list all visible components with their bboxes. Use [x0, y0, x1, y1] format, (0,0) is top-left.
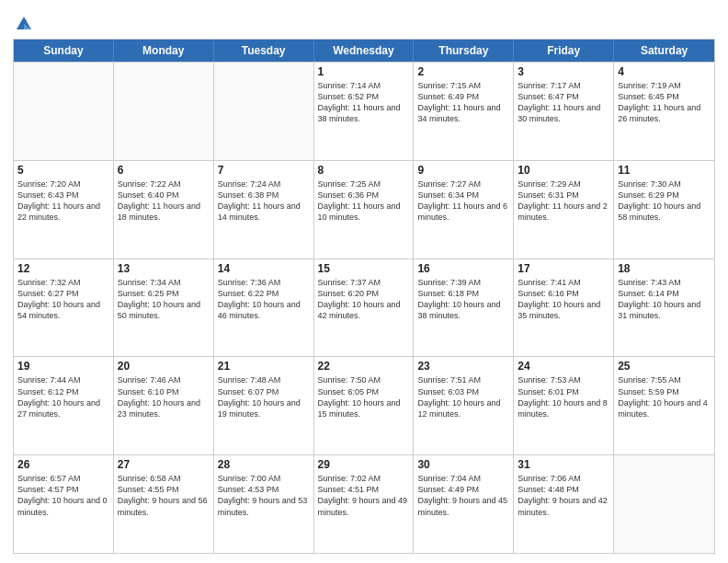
cell-info: Sunrise: 7:39 AM Sunset: 6:18 PM Dayligh…	[417, 277, 509, 322]
cell-date: 9	[417, 164, 509, 177]
day-cell-4: 4Sunrise: 7:19 AM Sunset: 6:45 PM Daylig…	[614, 63, 714, 160]
day-cell-11: 11Sunrise: 7:30 AM Sunset: 6:29 PM Dayli…	[614, 161, 714, 259]
day-cell-empty	[614, 455, 714, 553]
calendar-body: 1Sunrise: 7:14 AM Sunset: 6:52 PM Daylig…	[14, 62, 714, 553]
cell-date: 24	[518, 360, 609, 373]
cell-info: Sunrise: 7:17 AM Sunset: 6:47 PM Dayligh…	[518, 80, 609, 125]
cell-date: 22	[318, 360, 410, 373]
cell-info: Sunrise: 7:53 AM Sunset: 6:01 PM Dayligh…	[518, 374, 609, 419]
day-cell-5: 5Sunrise: 7:20 AM Sunset: 6:43 PM Daylig…	[14, 161, 114, 259]
cell-date: 18	[618, 262, 711, 275]
day-cell-8: 8Sunrise: 7:25 AM Sunset: 6:36 PM Daylig…	[314, 161, 415, 259]
cell-date: 27	[118, 458, 210, 471]
day-cell-15: 15Sunrise: 7:37 AM Sunset: 6:20 PM Dayli…	[314, 259, 415, 357]
cell-date: 10	[518, 164, 609, 177]
day-header-sunday: Sunday	[14, 40, 114, 62]
cell-info: Sunrise: 7:44 AM Sunset: 6:12 PM Dayligh…	[17, 374, 109, 419]
cell-date: 4	[618, 65, 711, 78]
cell-date: 3	[518, 65, 609, 78]
cell-date: 21	[218, 360, 310, 373]
day-cell-17: 17Sunrise: 7:41 AM Sunset: 6:16 PM Dayli…	[514, 259, 614, 357]
cell-info: Sunrise: 7:19 AM Sunset: 6:45 PM Dayligh…	[618, 80, 711, 125]
cell-info: Sunrise: 7:36 AM Sunset: 6:22 PM Dayligh…	[218, 277, 310, 322]
cell-date: 6	[118, 164, 210, 177]
day-cell-20: 20Sunrise: 7:46 AM Sunset: 6:10 PM Dayli…	[114, 357, 214, 454]
day-cell-12: 12Sunrise: 7:32 AM Sunset: 6:27 PM Dayli…	[14, 259, 114, 357]
day-cell-10: 10Sunrise: 7:29 AM Sunset: 6:31 PM Dayli…	[514, 161, 614, 259]
day-cell-27: 27Sunrise: 6:58 AM Sunset: 4:55 PM Dayli…	[114, 455, 214, 553]
day-header-friday: Friday	[514, 40, 614, 62]
day-cell-empty	[114, 63, 214, 160]
cell-info: Sunrise: 7:43 AM Sunset: 6:14 PM Dayligh…	[618, 277, 711, 322]
day-cell-1: 1Sunrise: 7:14 AM Sunset: 6:52 PM Daylig…	[314, 63, 415, 160]
cell-info: Sunrise: 7:20 AM Sunset: 6:43 PM Dayligh…	[17, 178, 109, 224]
day-cell-30: 30Sunrise: 7:04 AM Sunset: 4:49 PM Dayli…	[414, 455, 514, 553]
day-header-tuesday: Tuesday	[214, 40, 314, 62]
day-cell-31: 31Sunrise: 7:06 AM Sunset: 4:48 PM Dayli…	[514, 455, 614, 553]
header	[13, 9, 715, 33]
day-cell-28: 28Sunrise: 7:00 AM Sunset: 4:53 PM Dayli…	[214, 455, 314, 553]
day-cell-25: 25Sunrise: 7:55 AM Sunset: 5:59 PM Dayli…	[614, 357, 714, 454]
cell-info: Sunrise: 7:30 AM Sunset: 6:29 PM Dayligh…	[618, 178, 711, 224]
day-cell-26: 26Sunrise: 6:57 AM Sunset: 4:57 PM Dayli…	[14, 455, 114, 553]
cell-info: Sunrise: 7:25 AM Sunset: 6:36 PM Dayligh…	[318, 178, 410, 224]
cell-date: 16	[417, 262, 509, 275]
day-cell-empty	[214, 63, 314, 160]
cell-info: Sunrise: 7:55 AM Sunset: 5:59 PM Dayligh…	[618, 374, 711, 419]
calendar-header: SundayMondayTuesdayWednesdayThursdayFrid…	[14, 40, 714, 62]
day-cell-9: 9Sunrise: 7:27 AM Sunset: 6:34 PM Daylig…	[414, 161, 514, 259]
day-cell-6: 6Sunrise: 7:22 AM Sunset: 6:40 PM Daylig…	[114, 161, 214, 259]
cell-date: 2	[417, 65, 509, 78]
day-cell-16: 16Sunrise: 7:39 AM Sunset: 6:18 PM Dayli…	[414, 259, 514, 357]
cell-date: 31	[518, 458, 609, 471]
cell-info: Sunrise: 7:34 AM Sunset: 6:25 PM Dayligh…	[118, 277, 210, 322]
day-header-wednesday: Wednesday	[314, 40, 415, 62]
calendar: SundayMondayTuesdayWednesdayThursdayFrid…	[13, 39, 715, 554]
cell-info: Sunrise: 7:00 AM Sunset: 4:53 PM Dayligh…	[218, 473, 310, 518]
cell-info: Sunrise: 7:22 AM Sunset: 6:40 PM Dayligh…	[118, 178, 210, 224]
day-cell-24: 24Sunrise: 7:53 AM Sunset: 6:01 PM Dayli…	[514, 357, 614, 454]
cell-date: 25	[618, 360, 711, 373]
cell-date: 15	[318, 262, 410, 275]
cell-info: Sunrise: 7:29 AM Sunset: 6:31 PM Dayligh…	[518, 178, 609, 224]
cell-info: Sunrise: 7:24 AM Sunset: 6:38 PM Dayligh…	[218, 178, 310, 224]
cell-info: Sunrise: 7:14 AM Sunset: 6:52 PM Dayligh…	[318, 80, 410, 125]
cell-date: 20	[118, 360, 210, 373]
day-cell-22: 22Sunrise: 7:50 AM Sunset: 6:05 PM Dayli…	[314, 357, 415, 454]
day-cell-29: 29Sunrise: 7:02 AM Sunset: 4:51 PM Dayli…	[314, 455, 415, 553]
logo-text	[13, 13, 33, 33]
cell-info: Sunrise: 7:15 AM Sunset: 6:49 PM Dayligh…	[417, 80, 509, 125]
cell-date: 5	[17, 164, 109, 177]
day-cell-13: 13Sunrise: 7:34 AM Sunset: 6:25 PM Dayli…	[114, 259, 214, 357]
cell-info: Sunrise: 6:58 AM Sunset: 4:55 PM Dayligh…	[118, 473, 210, 518]
cell-date: 28	[218, 458, 310, 471]
calendar-week-5: 26Sunrise: 6:57 AM Sunset: 4:57 PM Dayli…	[14, 454, 714, 553]
day-cell-3: 3Sunrise: 7:17 AM Sunset: 6:47 PM Daylig…	[514, 63, 614, 160]
page: SundayMondayTuesdayWednesdayThursdayFrid…	[0, 0, 728, 563]
day-cell-empty	[14, 63, 114, 160]
calendar-week-2: 5Sunrise: 7:20 AM Sunset: 6:43 PM Daylig…	[14, 160, 714, 259]
cell-date: 7	[218, 164, 310, 177]
cell-info: Sunrise: 7:48 AM Sunset: 6:07 PM Dayligh…	[218, 374, 310, 419]
day-cell-19: 19Sunrise: 7:44 AM Sunset: 6:12 PM Dayli…	[14, 357, 114, 454]
logo	[13, 13, 33, 33]
day-cell-23: 23Sunrise: 7:51 AM Sunset: 6:03 PM Dayli…	[414, 357, 514, 454]
cell-date: 26	[17, 458, 109, 471]
cell-info: Sunrise: 7:04 AM Sunset: 4:49 PM Dayligh…	[417, 473, 509, 518]
cell-date: 1	[318, 65, 410, 78]
day-header-saturday: Saturday	[614, 40, 714, 62]
day-cell-7: 7Sunrise: 7:24 AM Sunset: 6:38 PM Daylig…	[214, 161, 314, 259]
cell-info: Sunrise: 7:37 AM Sunset: 6:20 PM Dayligh…	[318, 277, 410, 322]
cell-date: 17	[518, 262, 609, 275]
cell-info: Sunrise: 7:51 AM Sunset: 6:03 PM Dayligh…	[417, 374, 509, 419]
cell-date: 29	[318, 458, 410, 471]
cell-info: Sunrise: 7:46 AM Sunset: 6:10 PM Dayligh…	[118, 374, 210, 419]
cell-date: 11	[618, 164, 711, 177]
cell-date: 12	[17, 262, 109, 275]
cell-date: 30	[417, 458, 509, 471]
cell-info: Sunrise: 7:32 AM Sunset: 6:27 PM Dayligh…	[17, 277, 109, 322]
cell-date: 23	[417, 360, 509, 373]
cell-info: Sunrise: 7:41 AM Sunset: 6:16 PM Dayligh…	[518, 277, 609, 322]
cell-date: 8	[318, 164, 410, 177]
cell-info: Sunrise: 7:50 AM Sunset: 6:05 PM Dayligh…	[318, 374, 410, 419]
